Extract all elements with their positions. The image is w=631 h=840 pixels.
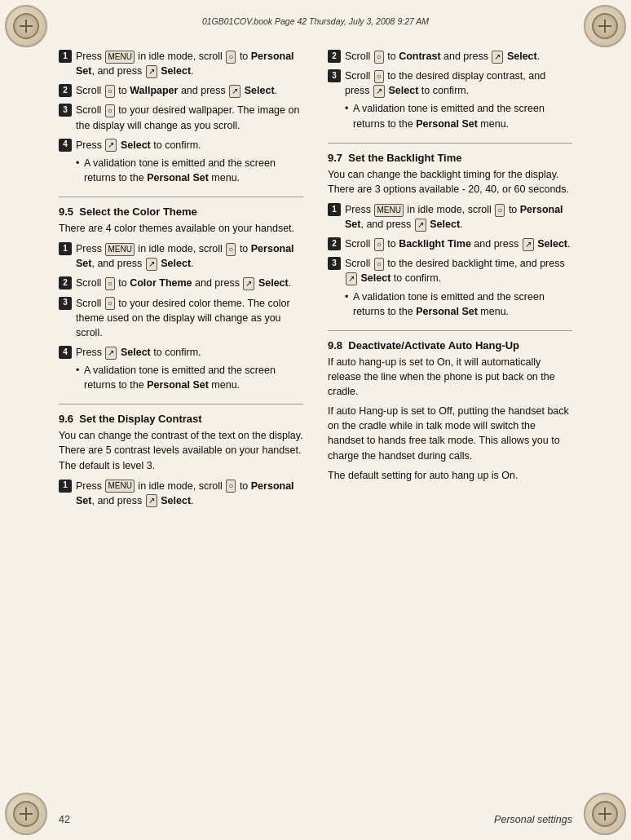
step-text: Scroll ○ to Wallpaper and press ↗ Select… <box>76 83 303 98</box>
step-text: Scroll ○ to your desired color theme. Th… <box>76 296 303 340</box>
contrast-steps: 1 Press MENU in idle mode, scroll ○ to P… <box>59 479 303 508</box>
step-item: 3 Scroll ○ to your desired color theme. … <box>59 296 303 340</box>
nav-key: ○ <box>105 104 115 117</box>
section-desc-3: The default setting for auto hang up is … <box>328 468 572 483</box>
step-text: Press MENU in idle mode, scroll ○ to Per… <box>76 49 303 78</box>
step-item: 2 Scroll ○ to Contrast and press ↗ Selec… <box>328 49 572 64</box>
bullet-text: A validation tone is emitted and the scr… <box>353 291 545 317</box>
step-item: 1 Press MENU in idle mode, scroll ○ to P… <box>59 49 303 78</box>
section-divider <box>59 197 303 197</box>
step-item: 1 Press MENU in idle mode, scroll ○ to P… <box>328 202 572 232</box>
section-divider <box>328 330 572 331</box>
nav-key: ○ <box>105 297 115 310</box>
step-item: 3 Scroll ○ to the desired display contra… <box>328 69 572 131</box>
step-item: 2 Scroll ○ to Color Theme and press ↗ Se… <box>59 276 303 290</box>
section-divider <box>328 143 572 144</box>
corner-decoration-bl <box>5 793 47 835</box>
footer-page-number: 42 <box>59 814 70 825</box>
section-wallpaper: 1 Press MENU in idle mode, scroll ○ to P… <box>59 49 303 185</box>
sel-key: ↗ <box>243 277 254 290</box>
section-title: 9.7 Set the Backlight Time <box>328 152 572 164</box>
step-text: Press MENU in idle mode, scroll ○ to Per… <box>76 479 303 508</box>
section-heading: Deactivate/Activate Auto Hang-Up <box>348 339 519 351</box>
step-text: Scroll ○ to Contrast and press ↗ Select. <box>345 49 572 64</box>
step-item: 1 Press MENU in idle mode, scroll ○ to P… <box>59 479 303 508</box>
menu-key: MENU <box>374 204 403 217</box>
step-item: 4 Press ↗ Select to confirm. A validatio… <box>59 345 303 392</box>
two-column-layout: 1 Press MENU in idle mode, scroll ○ to P… <box>59 49 572 519</box>
left-column: 1 Press MENU in idle mode, scroll ○ to P… <box>59 49 303 519</box>
footer-section-title: Personal settings <box>494 814 572 825</box>
bullet-item: A validation tone is emitted and the scr… <box>345 290 572 319</box>
contrast-cont-steps: 2 Scroll ○ to Contrast and press ↗ Selec… <box>328 49 572 131</box>
step-item: 2 Scroll ○ to Backlight Time and press ↗… <box>328 237 572 251</box>
step-number: 3 <box>328 69 341 82</box>
menu-key: MENU <box>105 243 134 256</box>
step-number: 4 <box>59 346 72 359</box>
section-title: 9.5 Select the Color Theme <box>59 206 303 218</box>
step-item: 1 Press MENU in idle mode, scroll ○ to P… <box>59 241 303 271</box>
menu-key: MENU <box>105 51 134 64</box>
backlight-steps: 1 Press MENU in idle mode, scroll ○ to P… <box>328 202 572 319</box>
section-number: 9.8 <box>328 339 342 351</box>
nav-key: ○ <box>105 277 115 290</box>
step-item: 3 Scroll ○ to the desired backlight time… <box>328 256 572 319</box>
nav-key: ○ <box>226 243 236 256</box>
section-title: 9.8 Deactivate/Activate Auto Hang-Up <box>328 339 572 351</box>
step-item: 4 Press ↗ Select to confirm. A validatio… <box>59 138 303 185</box>
step-number: 1 <box>59 50 72 63</box>
bullet-item: A validation tone is emitted and the scr… <box>76 156 303 185</box>
sel-key: ↗ <box>105 139 117 152</box>
step-text: Scroll ○ to the desired backlight time, … <box>345 256 572 319</box>
header-text: 01GB01COV.book Page 42 Thursday, July 3,… <box>202 16 429 26</box>
step-text: Press MENU in idle mode, scroll ○ to Per… <box>345 202 572 232</box>
bullet-item: A validation tone is emitted and the scr… <box>76 363 303 392</box>
step-number: 3 <box>59 297 72 310</box>
step-item: 3 Scroll ○ to your desired wallpaper. Th… <box>59 103 303 132</box>
step-text: Scroll ○ to your desired wallpaper. The … <box>76 103 303 132</box>
section-desc: There are 4 color themes available on yo… <box>59 221 303 236</box>
sel-key: ↗ <box>492 51 503 64</box>
step-item: 2 Scroll ○ to Wallpaper and press ↗ Sele… <box>59 83 303 98</box>
page-header: 01GB01COV.book Page 42 Thursday, July 3,… <box>0 0 631 42</box>
step-text: Scroll ○ to the desired display contrast… <box>345 69 572 131</box>
step-number: 2 <box>59 276 72 290</box>
section-title: 9.6 Set the Display Contrast <box>59 413 303 425</box>
step-text: Press ↗ Select to confirm. A validation … <box>76 138 303 185</box>
section-number: 9.7 <box>328 152 342 164</box>
nav-key: ○ <box>374 51 384 64</box>
sel-key: ↗ <box>373 85 385 98</box>
section-heading: Set the Backlight Time <box>348 152 461 164</box>
nav-key: ○ <box>374 238 384 251</box>
step-text: Press MENU in idle mode, scroll ○ to Per… <box>76 241 303 271</box>
section-autohangup: 9.8 Deactivate/Activate Auto Hang-Up If … <box>328 339 572 483</box>
section-heading: Select the Color Theme <box>79 206 196 218</box>
section-desc-2: If auto Hang-up is set to Off, putting t… <box>328 404 572 463</box>
section-divider <box>59 404 303 405</box>
menu-key: MENU <box>105 480 134 493</box>
bullet-text: A validation tone is emitted and the scr… <box>84 365 276 391</box>
nav-key: ○ <box>226 480 236 493</box>
sel-key: ↗ <box>523 238 534 251</box>
sel-key: ↗ <box>146 258 157 271</box>
nav-key: ○ <box>374 258 384 271</box>
bullet-text: A validation tone is emitted and the scr… <box>353 103 545 129</box>
section-heading: Set the Display Contrast <box>79 413 201 425</box>
nav-key: ○ <box>105 85 115 98</box>
page-footer: 42 Personal settings <box>59 814 572 825</box>
sel-key: ↗ <box>346 272 357 285</box>
step-number: 3 <box>59 104 72 117</box>
color-theme-steps: 1 Press MENU in idle mode, scroll ○ to P… <box>59 241 303 392</box>
step-number: 1 <box>59 242 72 255</box>
nav-key: ○ <box>374 70 384 83</box>
section-number: 9.6 <box>59 413 73 425</box>
step-text: Scroll ○ to Backlight Time and press ↗ S… <box>345 237 572 251</box>
sel-key: ↗ <box>105 347 117 360</box>
section-number: 9.5 <box>59 206 73 218</box>
step-text: Press ↗ Select to confirm. A validation … <box>76 345 303 392</box>
step-number: 2 <box>59 84 72 97</box>
step-number: 3 <box>328 257 341 270</box>
right-column: 2 Scroll ○ to Contrast and press ↗ Selec… <box>328 49 572 519</box>
bullet-item: A validation tone is emitted and the scr… <box>345 101 572 130</box>
section-desc: You can change the backlight timing for … <box>328 167 572 197</box>
